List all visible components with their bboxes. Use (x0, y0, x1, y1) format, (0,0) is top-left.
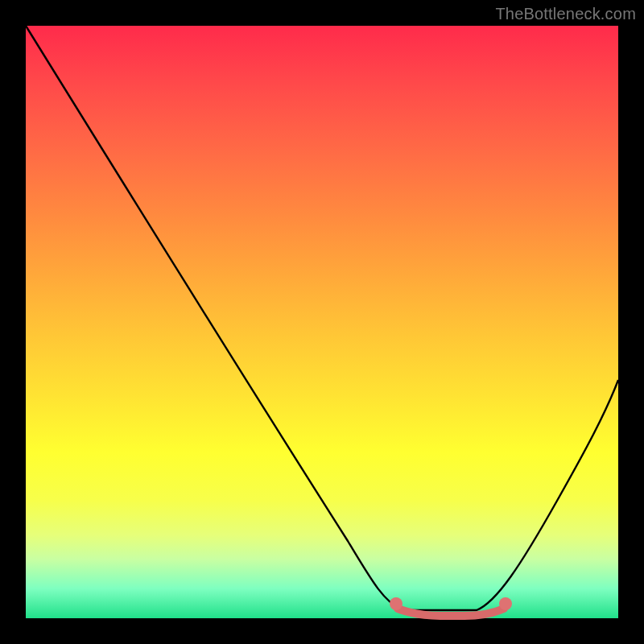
watermark-text: TheBottleneck.com (495, 5, 636, 23)
chart-svg (26, 26, 618, 618)
bottleneck-curve-line (26, 26, 618, 610)
minimum-start-dot (390, 597, 402, 610)
minimum-end-dot (499, 597, 512, 610)
chart-frame: TheBottleneck.com (0, 0, 644, 644)
